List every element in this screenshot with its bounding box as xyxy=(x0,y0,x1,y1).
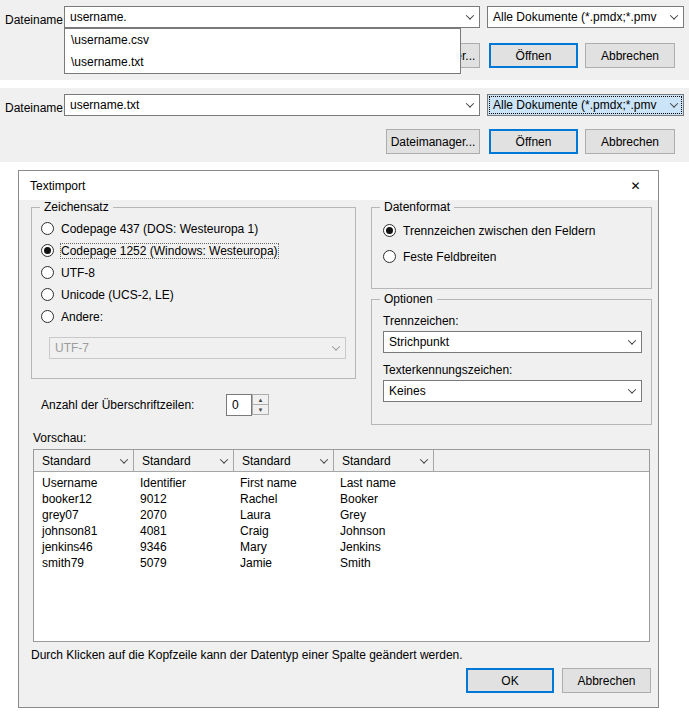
chevron-down-icon[interactable] xyxy=(461,7,479,27)
filename-label: Dateiname: xyxy=(5,13,66,27)
chevron-down-icon xyxy=(415,450,433,471)
radio-label: Codepage 437 (DOS: Westeuropa 1) xyxy=(61,222,258,236)
column-header[interactable]: Standard xyxy=(34,450,134,472)
filename-value: username.txt xyxy=(65,98,461,112)
chevron-down-icon xyxy=(623,332,641,352)
radio-icon xyxy=(41,222,54,235)
header-lines-spinner: ▲ ▼ xyxy=(252,394,269,415)
spin-down-icon[interactable]: ▼ xyxy=(252,404,269,415)
radio-label: Unicode (UCS-2, LE) xyxy=(61,288,174,302)
table-row: jenkins46 9346 Mary Jenkins xyxy=(34,539,649,555)
filetype-combobox[interactable]: Alle Dokumente (*.pmdx;*.pmv xyxy=(487,6,684,28)
separator-value: Strichpunkt xyxy=(384,335,623,349)
radio-other[interactable]: Andere: xyxy=(41,309,103,324)
column-header[interactable]: Standard xyxy=(234,450,334,472)
preview-label: Vorschau: xyxy=(33,431,86,445)
filename-label: Dateiname: xyxy=(5,101,66,115)
radio-icon xyxy=(383,250,396,263)
ok-button[interactable]: OK xyxy=(466,668,554,693)
column-header-label: Standard xyxy=(134,454,215,468)
cancel-button[interactable]: Abbrechen xyxy=(562,668,651,693)
table-cell: Jenkins xyxy=(334,539,649,555)
preview-table: Standard Standard Standard Standard User… xyxy=(33,449,650,642)
radio-codepage-1252[interactable]: Codepage 1252 (Windows: Westeuropa) xyxy=(41,243,278,258)
chevron-down-icon[interactable] xyxy=(461,95,479,115)
dataformat-group: Datenformat xyxy=(371,207,652,289)
table-cell: Username xyxy=(34,475,134,491)
radio-icon xyxy=(41,310,54,323)
separator-combobox[interactable]: Strichpunkt xyxy=(383,331,642,353)
filemanager-button[interactable]: Dateimanager... xyxy=(386,129,480,154)
filename-combobox[interactable]: username.txt xyxy=(64,94,480,116)
radio-label: UTF-8 xyxy=(61,266,95,280)
filetype-combobox[interactable]: Alle Dokumente (*.pmdx;*.pmv xyxy=(487,94,684,116)
table-cell: 5079 xyxy=(134,555,234,571)
preview-body: Username Identifier First name Last name… xyxy=(34,472,649,641)
table-cell: Smith xyxy=(334,555,649,571)
chevron-down-icon xyxy=(665,95,683,115)
table-cell: 2070 xyxy=(134,507,234,523)
table-cell: Identifier xyxy=(134,475,234,491)
separator-label: Trennzeichen: xyxy=(383,314,459,328)
radio-label: Andere: xyxy=(61,310,103,324)
radio-label: Codepage 1252 (Windows: Westeuropa) xyxy=(61,244,278,258)
column-header[interactable]: Standard xyxy=(334,450,434,472)
autocomplete-item[interactable]: \username.csv xyxy=(65,29,460,51)
table-row: grey07 2070 Laura Grey xyxy=(34,507,649,523)
table-cell: johnson81 xyxy=(34,523,134,539)
chevron-down-icon xyxy=(115,450,133,471)
table-cell: Jamie xyxy=(234,555,334,571)
filename-autocomplete-list: \username.csv \username.txt xyxy=(64,28,461,74)
qualifier-combobox[interactable]: Keines xyxy=(383,380,642,402)
table-cell: Mary xyxy=(234,539,334,555)
table-cell: Grey xyxy=(334,507,649,523)
screen: Dateiname: username. Alle Dokumente (*.p… xyxy=(0,0,689,713)
table-cell: smith79 xyxy=(34,555,134,571)
radio-icon xyxy=(41,288,54,301)
table-cell: 9346 xyxy=(134,539,234,555)
filename-combobox[interactable]: username. xyxy=(64,6,480,28)
table-cell: 4081 xyxy=(134,523,234,539)
column-header-label: Standard xyxy=(334,454,415,468)
filename-value: username. xyxy=(65,10,461,24)
table-cell: Craig xyxy=(234,523,334,539)
table-row: Username Identifier First name Last name xyxy=(34,475,649,491)
radio-fixed-width[interactable]: Feste Feldbreiten xyxy=(383,249,496,264)
autocomplete-item[interactable]: \username.txt xyxy=(65,51,460,73)
open-button[interactable]: Öffnen xyxy=(489,43,578,68)
radio-icon xyxy=(41,244,54,257)
radio-unicode[interactable]: Unicode (UCS-2, LE) xyxy=(41,287,174,302)
cancel-button[interactable]: Abbrechen xyxy=(585,43,675,68)
chevron-down-icon xyxy=(665,7,683,27)
qualifier-label: Texterkennungszeichen: xyxy=(383,363,512,377)
table-cell: Last name xyxy=(334,475,649,491)
column-header-label: Standard xyxy=(234,454,315,468)
table-cell: First name xyxy=(234,475,334,491)
close-icon[interactable]: ✕ xyxy=(613,171,658,200)
chevron-down-icon xyxy=(315,450,333,471)
table-cell: 9012 xyxy=(134,491,234,507)
column-header-label: Standard xyxy=(34,454,115,468)
header-lines-input[interactable]: 0 xyxy=(226,394,252,416)
radio-label: Feste Feldbreiten xyxy=(403,250,496,264)
radio-codepage-437[interactable]: Codepage 437 (DOS: Westeuropa 1) xyxy=(41,221,258,236)
chevron-down-icon xyxy=(215,450,233,471)
table-cell: jenkins46 xyxy=(34,539,134,555)
table-cell: grey07 xyxy=(34,507,134,523)
cancel-button[interactable]: Abbrechen xyxy=(585,129,675,154)
hint-text: Durch Klicken auf die Kopfzeile kann der… xyxy=(31,648,463,662)
table-cell: Laura xyxy=(234,507,334,523)
radio-delimited[interactable]: Trennzeichen zwischen den Feldern xyxy=(383,223,595,238)
open-button[interactable]: Öffnen xyxy=(489,129,578,154)
radio-utf8[interactable]: UTF-8 xyxy=(41,265,95,280)
other-charset-combobox: UTF-7 xyxy=(49,337,346,359)
qualifier-value: Keines xyxy=(384,384,623,398)
charset-group-label: Zeichensatz xyxy=(40,200,113,215)
column-header[interactable]: Standard xyxy=(134,450,234,472)
options-group-label: Optionen xyxy=(380,292,437,307)
chevron-down-icon xyxy=(623,381,641,401)
table-row: booker12 9012 Rachel Booker xyxy=(34,491,649,507)
table-cell: Johnson xyxy=(334,523,649,539)
table-cell: Rachel xyxy=(234,491,334,507)
dataformat-group-label: Datenformat xyxy=(380,200,454,215)
